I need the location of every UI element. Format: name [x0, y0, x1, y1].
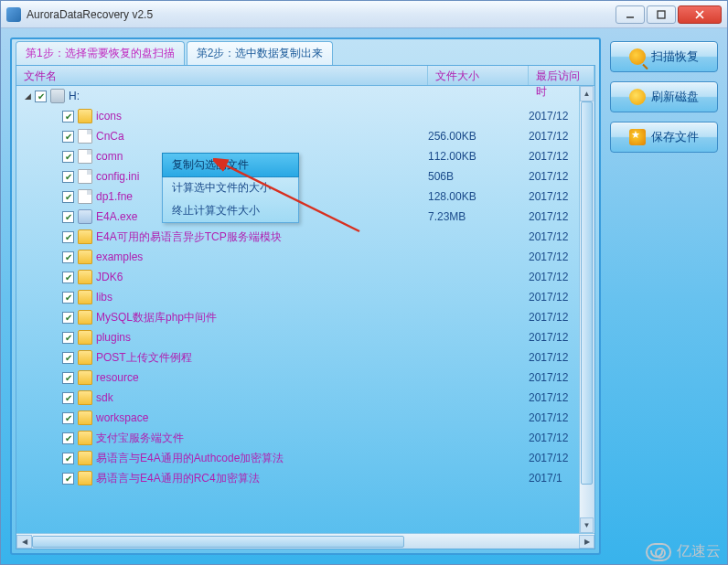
sidebar: 扫描恢复 刷新磁盘 保存文件: [610, 37, 718, 555]
file-grid: 文件名 文件大小 最后访问时 ◢ ✔ H: ✔icons2017/12✔CnCa…: [16, 65, 595, 549]
watermark-text: 亿速云: [677, 542, 721, 561]
table-row[interactable]: ✔E4A可用的易语言异步TCP服务端模块2017/12: [16, 227, 594, 247]
checkbox[interactable]: ✔: [62, 111, 74, 123]
main-panel: 第1步：选择需要恢复的盘扫描 第2步：选中数据复制出来 文件名 文件大小 最后访…: [10, 37, 601, 555]
minimize-button[interactable]: [616, 5, 645, 24]
file-size: 506B: [428, 170, 529, 183]
table-row[interactable]: ✔comn112.00KB2017/12: [16, 146, 594, 166]
svg-rect-1: [658, 11, 665, 18]
folder-icon: [78, 109, 92, 123]
table-row[interactable]: ✔JDK62017/12: [16, 267, 594, 287]
checkbox[interactable]: ✔: [62, 392, 74, 404]
checkbox[interactable]: ✔: [62, 332, 74, 344]
file-name: POST上传文件例程: [96, 350, 428, 366]
checkbox[interactable]: ✔: [62, 312, 74, 324]
folder-icon: [78, 310, 92, 325]
table-row[interactable]: ✔dp1.fne128.00KB2017/12: [16, 187, 594, 207]
table-row[interactable]: ✔icons2017/12: [16, 106, 594, 126]
table-row[interactable]: ✔支付宝服务端文件2017/12: [16, 428, 594, 448]
refresh-icon: [629, 89, 646, 105]
menu-stop-calc[interactable]: 终止计算文件大小: [163, 199, 298, 222]
scrollbar-vertical[interactable]: ▲ ▼: [579, 86, 594, 533]
maximize-button[interactable]: [647, 5, 676, 24]
checkbox[interactable]: ✔: [62, 191, 74, 203]
checkbox[interactable]: ✔: [35, 91, 47, 102]
table-row[interactable]: ✔examples2017/12: [16, 247, 594, 267]
table-row[interactable]: ✔E4A.exe7.23MB2017/12: [16, 207, 594, 227]
drive-label: H:: [69, 90, 428, 102]
close-button[interactable]: [678, 5, 722, 24]
table-row[interactable]: ✔resource2017/12: [16, 368, 594, 388]
col-size[interactable]: 文件大小: [428, 66, 529, 85]
table-row[interactable]: ✔CnCa256.00KB2017/12: [16, 126, 594, 146]
file-name: sdk: [96, 391, 428, 404]
table-row[interactable]: ✔MySQL数据库php中间件2017/12: [16, 307, 594, 327]
scrollbar-horizontal[interactable]: ◀ ▶: [16, 533, 594, 549]
file-name: 易语言与E4A通用的Authcode加密算法: [96, 451, 428, 466]
scroll-right-icon[interactable]: ▶: [579, 535, 594, 549]
grid-body[interactable]: ◢ ✔ H: ✔icons2017/12✔CnCa256.00KB2017/12…: [16, 86, 594, 533]
refresh-label: 刷新磁盘: [651, 89, 699, 105]
checkbox[interactable]: ✔: [62, 151, 74, 163]
table-row[interactable]: ✔POST上传文件例程2017/12: [16, 347, 594, 368]
watermark: 亿速云: [646, 542, 721, 561]
title-bar[interactable]: AuroraDataRecovery v2.5: [1, 1, 727, 28]
file-name: workspace: [96, 411, 428, 424]
table-row[interactable]: ✔sdk2017/12: [16, 388, 594, 408]
folder-icon: [78, 330, 92, 345]
scan-label: 扫描恢复: [651, 48, 699, 65]
file-name: 易语言与E4A通用的RC4加密算法: [96, 471, 428, 486]
expand-icon[interactable]: ◢: [22, 91, 33, 101]
scan-recover-button[interactable]: 扫描恢复: [610, 41, 718, 72]
checkbox[interactable]: ✔: [62, 473, 74, 485]
checkbox[interactable]: ✔: [62, 372, 74, 384]
checkbox[interactable]: ✔: [62, 432, 74, 444]
table-row[interactable]: ✔workspace2017/12: [16, 408, 594, 428]
file-icon: [78, 129, 92, 144]
menu-copy-checked[interactable]: 复制勾选的文件: [162, 153, 299, 177]
table-row[interactable]: ✔plugins2017/12: [16, 327, 594, 347]
folder-icon: [78, 451, 92, 465]
checkbox[interactable]: ✔: [62, 292, 74, 304]
drive-row[interactable]: ◢ ✔ H:: [16, 86, 594, 106]
table-row[interactable]: ✔config.ini506B2017/12: [16, 166, 594, 187]
refresh-disk-button[interactable]: 刷新磁盘: [610, 81, 718, 112]
checkbox[interactable]: ✔: [62, 412, 74, 424]
scroll-down-icon[interactable]: ▼: [580, 517, 594, 533]
file-name: libs: [96, 291, 428, 304]
tab-step2[interactable]: 第2步：选中数据复制出来: [187, 41, 334, 65]
file-size: 7.23MB: [428, 210, 529, 223]
watermark-logo-icon: [646, 543, 671, 561]
step-tabs: 第1步：选择需要恢复的盘扫描 第2步：选中数据复制出来: [16, 41, 599, 65]
checkbox[interactable]: ✔: [62, 251, 74, 263]
checkbox[interactable]: ✔: [62, 352, 74, 364]
checkbox[interactable]: ✔: [62, 231, 74, 243]
checkbox[interactable]: ✔: [62, 272, 74, 283]
context-menu: 复制勾选的文件 计算选中文件的大小 终止计算文件大小: [162, 153, 299, 223]
scroll-left-icon[interactable]: ◀: [16, 535, 32, 549]
save-file-button[interactable]: 保存文件: [610, 122, 718, 153]
checkbox[interactable]: ✔: [62, 131, 74, 143]
checkbox[interactable]: ✔: [62, 211, 74, 223]
file-name: E4A可用的易语言异步TCP服务端模块: [96, 229, 428, 245]
save-icon: [629, 129, 646, 145]
checkbox[interactable]: ✔: [62, 171, 74, 183]
folder-icon: [78, 290, 92, 304]
folder-icon: [78, 229, 92, 244]
tab-step1[interactable]: 第1步：选择需要恢复的盘扫描: [16, 41, 185, 65]
file-name: icons: [96, 110, 428, 123]
folder-icon: [78, 471, 92, 485]
file-size: 256.00KB: [428, 130, 529, 143]
file-size: 112.00KB: [428, 150, 529, 163]
scroll-up-icon[interactable]: ▲: [580, 86, 594, 101]
table-row[interactable]: ✔libs2017/12: [16, 287, 594, 307]
col-name[interactable]: 文件名: [16, 66, 428, 85]
scroll-thumb-h[interactable]: [32, 536, 404, 548]
table-row[interactable]: ✔易语言与E4A通用的RC4加密算法2017/1: [16, 468, 594, 488]
menu-calc-size[interactable]: 计算选中文件的大小: [163, 176, 298, 199]
table-row[interactable]: ✔易语言与E4A通用的Authcode加密算法2017/12: [16, 448, 594, 468]
file-icon: [78, 189, 92, 204]
checkbox[interactable]: ✔: [62, 453, 74, 464]
scroll-thumb-v[interactable]: [581, 101, 593, 485]
col-date[interactable]: 最后访问时: [529, 66, 594, 85]
